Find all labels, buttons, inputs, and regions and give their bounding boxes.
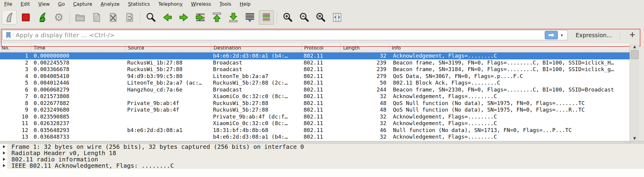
- cell-time: 0.004012446: [31, 80, 125, 86]
- cell-no: 5: [0, 80, 31, 86]
- menu-help[interactable]: Help: [235, 0, 255, 8]
- main-toolbar: ⚙010101100011: [0, 8, 644, 27]
- display-filter-input[interactable]: [13, 32, 545, 39]
- start-capture-button[interactable]: [2, 10, 17, 25]
- scrollbar-thumb[interactable]: [631, 50, 639, 59]
- cell-length: 32: [341, 134, 389, 140]
- packet-row-5[interactable]: 50.004012446LiteonTe_bb:2a:a7 (ac:…Rucku…: [0, 80, 630, 86]
- save-file-icon: 010101100011: [91, 12, 102, 23]
- find-packet-button[interactable]: [143, 10, 158, 25]
- packet-row-3[interactable]: 30.003366678RuckusWi_5b:27:88Broadcast80…: [0, 66, 630, 73]
- cell-source: RuckusWi_1b:27:88: [125, 59, 211, 66]
- column-header-info[interactable]: Info: [389, 44, 639, 52]
- cell-info: Beacon frame, SN=3199, FN=0, Flags=.....…: [389, 59, 630, 66]
- colorize-button[interactable]: [259, 10, 274, 25]
- expander-icon[interactable]: [3, 152, 5, 154]
- menu-file[interactable]: File: [0, 0, 16, 8]
- reload-file-button[interactable]: [122, 10, 137, 25]
- detail-row-3[interactable]: 802.11 radio information: [0, 156, 644, 163]
- cell-protocol: 802.11: [302, 134, 341, 140]
- expression-button[interactable]: Expression...: [573, 32, 615, 38]
- cell-time: 0.021573808: [31, 93, 125, 100]
- menu-telephony[interactable]: Telephony: [154, 0, 187, 8]
- resize-columns-button[interactable]: [330, 10, 345, 25]
- go-back-button[interactable]: [160, 10, 175, 25]
- packet-row-13[interactable]: 130.036848733b4:e6:2d:d3:08:a1 (b4:…802.…: [0, 134, 630, 140]
- expander-icon[interactable]: [3, 158, 5, 161]
- packet-row-8[interactable]: 80.022677882Private_9b:ab:4fRuckusWi_5b:…: [0, 100, 630, 107]
- display-filter-field[interactable]: ▾: [2, 30, 568, 40]
- packet-row-11[interactable]: 110.026328237XiaomiCo_0c:32:c0 (8c:…802.…: [0, 120, 630, 127]
- cell-source: [125, 120, 211, 127]
- open-file-button[interactable]: [73, 10, 88, 25]
- column-header-protocol[interactable]: Protocol: [302, 44, 341, 52]
- cell-source: [125, 113, 211, 120]
- add-filter-button[interactable]: +: [625, 31, 640, 40]
- scroll-down-icon[interactable]: ▼: [630, 136, 639, 141]
- start-capture-icon: [4, 12, 15, 23]
- cell-destination: b4:e6:2d:d3:08:a1 (b4:…: [211, 134, 302, 140]
- cell-source: RuckusWi_5b:27:88: [125, 66, 211, 73]
- zoom-out-button[interactable]: [297, 10, 312, 25]
- right-gutter: [639, 44, 644, 141]
- cell-destination: Broadcast: [211, 66, 302, 73]
- packet-row-9[interactable]: 90.023249680Private_9b:ab:4fRuckusWi_5b:…: [0, 106, 630, 113]
- packet-row-12[interactable]: 120.035648293b4:e6:2d:d3:08:a118:31:bf:4…: [0, 127, 630, 134]
- auto-scroll-button[interactable]: [242, 10, 257, 25]
- column-header-time[interactable]: Time: [31, 44, 125, 52]
- capture-options-button[interactable]: ⚙: [51, 10, 66, 25]
- restart-capture-button[interactable]: [35, 10, 50, 25]
- menu-statistics[interactable]: Statistics: [124, 0, 154, 8]
- detail-row-4[interactable]: IEEE 802.11 Acknowledgement, Flags: ....…: [0, 163, 644, 169]
- detail-row-1[interactable]: Frame 1: 32 bytes on wire (256 bits), 32…: [0, 144, 644, 150]
- expander-icon[interactable]: [3, 164, 5, 167]
- cell-no: 7: [0, 93, 31, 100]
- packet-row-7[interactable]: 70.021573808XiaomiCo_0c:32:c0 (8c:…802.1…: [0, 93, 630, 100]
- packet-row-2[interactable]: 20.002245578RuckusWi_1b:27:88Broadcast80…: [0, 59, 630, 66]
- detail-row-2[interactable]: Radiotap Header v0, Length 18: [0, 150, 644, 156]
- cell-info: Beacon frame, SN=3184, FN=0, Flags=.....…: [389, 66, 630, 73]
- filter-bookmark-icon[interactable]: [4, 31, 13, 39]
- stop-capture-button[interactable]: [18, 10, 33, 25]
- menu-edit[interactable]: Edit: [16, 0, 34, 8]
- go-forward-button[interactable]: [176, 10, 191, 25]
- menu-analyze[interactable]: Analyze: [97, 0, 124, 8]
- detail-text: Frame 1: 32 bytes on wire (256 bits), 32…: [11, 144, 304, 150]
- go-to-packet-button[interactable]: [193, 10, 208, 25]
- cell-destination: Broadcast: [211, 59, 302, 66]
- packet-row-4[interactable]: 40.00400541094:d9:b3:99:c5:80LiteonTe_bb…: [0, 73, 630, 80]
- close-file-button[interactable]: [106, 10, 121, 25]
- cell-length: 32: [341, 120, 389, 127]
- zoom-original-button[interactable]: [313, 10, 328, 25]
- menu-view[interactable]: View: [34, 0, 54, 8]
- packet-row-10[interactable]: 100.023590885Private_9b:ab:4f (dc:f…802.…: [0, 113, 630, 120]
- go-forward-icon: [178, 12, 190, 23]
- menu-wireless[interactable]: Wireless: [187, 0, 215, 8]
- cell-no: 1: [0, 52, 31, 59]
- menu-capture[interactable]: Capture: [69, 0, 97, 8]
- packet-list-scrollbar[interactable]: ▲ ▼: [630, 44, 639, 141]
- apply-filter-button[interactable]: [545, 31, 558, 39]
- packet-row-6[interactable]: 60.006068279Hangzhou_cd:7a:6eBroadcast80…: [0, 86, 630, 93]
- go-first-button[interactable]: [209, 10, 224, 25]
- column-header-length[interactable]: Length: [341, 44, 389, 52]
- column-header-destination[interactable]: Destination: [211, 44, 302, 52]
- column-header-no[interactable]: No.: [0, 44, 31, 52]
- save-file-button[interactable]: 010101100011: [89, 10, 104, 25]
- cell-time: 0.002245578: [31, 59, 125, 66]
- menu-go[interactable]: Go: [54, 0, 69, 8]
- expander-icon[interactable]: [3, 145, 5, 148]
- zoom-in-button[interactable]: [280, 10, 295, 25]
- scroll-up-icon[interactable]: ▲: [630, 44, 639, 49]
- packet-row-1[interactable]: 10.000000000b4:e6:2d:d3:08:a1 (b4:…802.1…: [0, 52, 630, 59]
- cell-destination: RuckusWi_5b:27:88: [211, 106, 302, 113]
- detail-text: Radiotap Header v0, Length 18: [11, 150, 116, 156]
- cell-source: [125, 93, 211, 100]
- cell-no: 8: [0, 100, 31, 107]
- cell-protocol: 802.11: [302, 73, 341, 80]
- menu-tools[interactable]: Tools: [215, 0, 235, 8]
- cell-destination: RuckusWi_5b:27:88 (2c:…: [211, 80, 302, 86]
- filter-dropdown-caret[interactable]: ▾: [558, 31, 566, 39]
- column-header-source[interactable]: Source: [125, 44, 211, 52]
- go-last-button[interactable]: [226, 10, 241, 25]
